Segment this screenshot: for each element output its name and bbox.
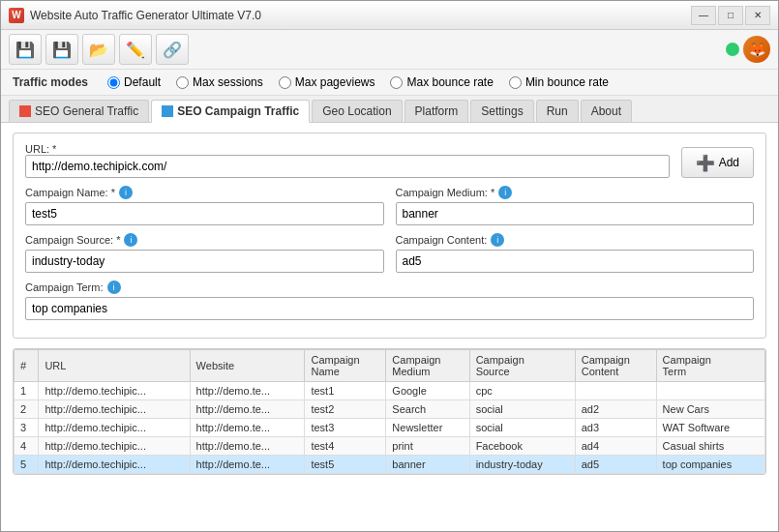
- main-content: URL: * ➕ Add Campaign Name: * i: [1, 123, 778, 531]
- url-row: URL: * ➕ Add: [25, 143, 754, 178]
- campaign-medium-info[interactable]: i: [498, 186, 512, 199]
- campaign-term-label: Campaign Term: i: [25, 281, 754, 294]
- campaign-content-info[interactable]: i: [491, 233, 504, 247]
- campaign-medium-group: Campaign Medium: * i: [396, 186, 755, 225]
- status-indicator: [726, 43, 739, 56]
- save-button[interactable]: 💾: [9, 34, 42, 65]
- user-avatar: 🦊: [743, 36, 770, 63]
- save2-button[interactable]: 💾: [45, 34, 78, 65]
- col-campaign-name: CampaignName: [305, 350, 386, 382]
- url-field-wrap: URL: *: [25, 143, 670, 178]
- campaign-source-info[interactable]: i: [124, 233, 137, 247]
- campaign-source-content-row: Campaign Source: * i Campaign Content: i: [25, 233, 754, 273]
- window-controls: — □ ✕: [691, 6, 770, 25]
- col-campaign-term: CampaignTerm: [656, 350, 764, 382]
- col-campaign-source: CampaignSource: [469, 350, 575, 382]
- table-row[interactable]: 2http://demo.techipic...http://demo.te..…: [15, 400, 765, 419]
- campaign-content-label: Campaign Content: i: [396, 233, 755, 247]
- edit-button[interactable]: ✏️: [119, 34, 152, 65]
- open-button[interactable]: 📂: [82, 34, 115, 65]
- app-icon: W: [9, 8, 24, 23]
- tabs-bar: SEO General Traffic SEO Campaign Traffic…: [1, 96, 778, 123]
- radio-max-bounce[interactable]: Max bounce rate: [390, 75, 493, 89]
- toolbar: 💾 💾 📂 ✏️ 🔗 🦊: [1, 30, 778, 70]
- campaign-name-group: Campaign Name: * i: [25, 186, 384, 225]
- traffic-modes-bar: Traffic modes Default Max sessions Max p…: [1, 70, 778, 96]
- radio-min-bounce[interactable]: Min bounce rate: [509, 75, 609, 89]
- table-header-row: # URL Website CampaignName CampaignMediu…: [15, 350, 765, 382]
- col-url: URL: [39, 350, 190, 382]
- campaign-term-group: Campaign Term: i: [25, 281, 754, 320]
- minimize-button[interactable]: —: [691, 6, 716, 25]
- maximize-button[interactable]: □: [718, 6, 743, 25]
- network-button[interactable]: 🔗: [156, 34, 189, 65]
- table-body: 1http://demo.techipic...http://demo.te..…: [15, 382, 765, 474]
- table-row[interactable]: 1http://demo.techipic...http://demo.te..…: [15, 382, 765, 400]
- campaign-source-label: Campaign Source: * i: [25, 233, 384, 247]
- window-title: Website Auto Traffic Generator Ultimate …: [30, 9, 261, 22]
- table-row[interactable]: 5http://demo.techipic...http://demo.te..…: [15, 456, 765, 474]
- radio-max-pageviews[interactable]: Max pageviews: [279, 75, 375, 89]
- tab-seo-general[interactable]: SEO General Traffic: [9, 100, 149, 122]
- campaign-name-medium-row: Campaign Name: * i Campaign Medium: * i: [25, 186, 754, 225]
- seo-campaign-icon: [162, 105, 173, 117]
- col-num: #: [15, 350, 39, 382]
- add-icon: ➕: [696, 154, 715, 172]
- close-button[interactable]: ✕: [745, 6, 770, 25]
- tab-platform[interactable]: Platform: [404, 100, 469, 122]
- campaign-name-info[interactable]: i: [119, 186, 133, 199]
- campaign-content-input[interactable]: [396, 250, 755, 273]
- tab-run[interactable]: Run: [536, 100, 579, 122]
- table-row[interactable]: 3http://demo.techipic...http://demo.te..…: [15, 419, 765, 437]
- form-section: URL: * ➕ Add Campaign Name: * i: [13, 133, 766, 339]
- title-left: W Website Auto Traffic Generator Ultimat…: [9, 8, 261, 23]
- campaign-source-group: Campaign Source: * i: [25, 233, 384, 273]
- tab-geo-location[interactable]: Geo Location: [312, 100, 402, 122]
- radio-default[interactable]: Default: [107, 75, 161, 89]
- campaign-content-group: Campaign Content: i: [396, 233, 755, 273]
- campaign-name-label: Campaign Name: * i: [25, 186, 384, 199]
- table-row[interactable]: 4http://demo.techipic...http://demo.te..…: [15, 437, 765, 456]
- url-label: URL: *: [25, 143, 670, 155]
- radio-max-sessions[interactable]: Max sessions: [176, 75, 263, 89]
- campaign-medium-label: Campaign Medium: * i: [396, 186, 755, 199]
- campaign-term-input[interactable]: [25, 297, 754, 320]
- campaign-medium-input[interactable]: [396, 202, 755, 225]
- tab-seo-campaign[interactable]: SEO Campaign Traffic: [151, 100, 310, 123]
- url-input[interactable]: [25, 155, 670, 178]
- add-button[interactable]: ➕ Add: [681, 147, 754, 178]
- table-container: # URL Website CampaignName CampaignMediu…: [13, 348, 766, 475]
- campaigns-table: # URL Website CampaignName CampaignMediu…: [14, 349, 765, 474]
- seo-general-icon: [19, 105, 31, 117]
- campaign-name-input[interactable]: [25, 202, 384, 225]
- campaign-source-input[interactable]: [25, 250, 384, 273]
- traffic-modes-label: Traffic modes: [13, 75, 88, 89]
- col-website: Website: [190, 350, 305, 382]
- tab-about[interactable]: About: [581, 100, 632, 122]
- campaign-term-row: Campaign Term: i: [25, 281, 754, 320]
- main-window: W Website Auto Traffic Generator Ultimat…: [0, 0, 779, 532]
- title-bar: W Website Auto Traffic Generator Ultimat…: [1, 1, 778, 30]
- col-campaign-medium: CampaignMedium: [386, 350, 469, 382]
- col-campaign-content: CampaignContent: [575, 350, 656, 382]
- tab-settings[interactable]: Settings: [470, 100, 533, 122]
- campaign-term-info[interactable]: i: [107, 281, 121, 294]
